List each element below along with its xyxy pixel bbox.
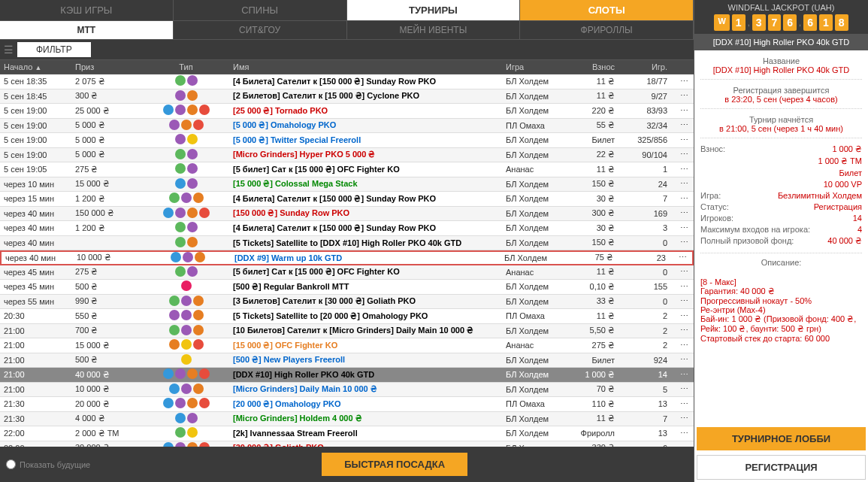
type-icon <box>169 383 180 394</box>
row-menu-icon[interactable]: ⋯ <box>675 179 694 189</box>
sub-tabs: MTT СИТ&ГОУ МЕЙН ИВЕНТЫ ФРИРОЛЛЫ <box>0 21 694 40</box>
tab-cash[interactable]: КЭШ ИГРЫ <box>0 0 174 20</box>
type-icon <box>175 237 186 247</box>
type-icon <box>193 325 204 335</box>
row-menu-icon[interactable]: ⋯ <box>675 165 694 174</box>
tournament-row[interactable]: 5 сен 19:00 25 000 ₴ [25 000 ₴] Tornado … <box>0 104 694 119</box>
tournament-row[interactable]: 21:00 15 000 ₴ [15 000 ₴] OFC Fighter KO… <box>0 338 694 353</box>
tab-spins[interactable]: СПИНЫ <box>174 0 347 20</box>
subtab-mtt[interactable]: MTT <box>0 21 174 39</box>
type-icon <box>181 354 192 365</box>
tournament-list: 5 сен 18:35 2 075 ₴ [4 Билета] Сателит к… <box>0 74 694 447</box>
show-future-checkbox[interactable]: Показать будущие <box>6 459 90 469</box>
tournament-row[interactable]: через 55 мин 990 ₴ [3 Билетов] Сателит к… <box>0 295 694 310</box>
tournament-row[interactable]: 22:00 2 000 ₴ ТМ [2k] Ivannessaa Stream … <box>0 426 694 441</box>
tournament-row[interactable]: через 40 мин [5 Tickets] Satellite to [D… <box>0 236 694 251</box>
row-menu-icon[interactable]: ⋯ <box>675 355 694 365</box>
fast-seat-button[interactable]: БЫСТРАЯ ПОСАДКА <box>322 453 467 476</box>
tournament-row[interactable]: 5 сен 19:00 5 000 ₴ [5 000 ₴] Twitter Sp… <box>0 133 694 148</box>
header-name[interactable]: Имя <box>229 62 506 71</box>
subtab-free[interactable]: ФРИРОЛЛЫ <box>520 21 694 39</box>
type-icon <box>187 75 198 86</box>
row-menu-icon[interactable]: ⋯ <box>675 77 694 86</box>
lobby-button[interactable]: ТУРНИРНОЕ ЛОББИ <box>697 427 866 450</box>
type-icon <box>181 192 192 203</box>
type-icon <box>193 296 204 306</box>
tournament-row[interactable]: 21:00 10 000 ₴ [Micro Grinders] Daily Ma… <box>0 383 694 398</box>
type-icon <box>175 222 186 232</box>
tab-slots[interactable]: СЛОТЫ <box>520 0 694 20</box>
tournament-row[interactable]: 21:30 4 000 ₴ [Micro Grinders] Holdem 4 … <box>0 412 694 427</box>
type-icon <box>169 325 180 335</box>
subtab-main[interactable]: МЕЙН ИВЕНТЫ <box>347 21 521 39</box>
type-icon <box>175 90 186 101</box>
row-menu-icon[interactable]: ⋯ <box>675 414 694 423</box>
type-icon <box>193 192 204 203</box>
tournament-row[interactable]: через 45 мин 500 ₴ [500 ₴] Regular Bankr… <box>0 280 694 295</box>
row-menu-icon[interactable]: ⋯ <box>675 91 694 101</box>
row-menu-icon[interactable]: ⋯ <box>675 399 694 409</box>
name-label: Название <box>700 56 862 65</box>
row-menu-icon[interactable]: ⋯ <box>675 341 694 350</box>
row-menu-icon[interactable]: ⋯ <box>675 429 694 438</box>
type-icon <box>187 208 198 218</box>
row-menu-icon[interactable]: ⋯ <box>675 106 694 116</box>
header-buyin[interactable]: Взнос <box>570 62 622 71</box>
row-menu-icon[interactable]: ⋯ <box>675 238 694 247</box>
type-icon <box>175 208 186 218</box>
tournament-row[interactable]: через 40 мин 150 000 ₴ [150 000 ₴] Sunda… <box>0 207 694 222</box>
row-menu-icon[interactable]: ⋯ <box>675 370 694 380</box>
register-button[interactable]: РЕГИСТРАЦИЯ <box>697 455 866 480</box>
row-menu-icon[interactable]: ⋯ <box>675 150 694 159</box>
type-icon <box>169 192 180 203</box>
header-prize[interactable]: Приз <box>68 62 143 71</box>
type-icon <box>171 252 181 262</box>
row-menu-icon[interactable]: ⋯ <box>675 384 694 394</box>
detail-panel: WINDFALL JACKPOT (UAH) W1,376,618 [DDX #… <box>694 0 868 482</box>
header-start[interactable]: Начало ▲ <box>0 62 68 71</box>
tournament-row[interactable]: через 40 мин 10 000 ₴ [DDX #9] Warm up 1… <box>0 250 694 265</box>
tournament-row[interactable]: 5 сен 19:00 5 000 ₴ [5 000 ₴] Omahology … <box>0 119 694 134</box>
row-menu-icon[interactable]: ⋯ <box>675 326 694 335</box>
row-menu-icon[interactable]: ⋯ <box>675 282 694 292</box>
subtab-sitgo[interactable]: СИТ&ГОУ <box>174 21 347 39</box>
tournament-row[interactable]: 5 сен 19:00 5 000 ₴ [Micro Grinders] Hyp… <box>0 148 694 163</box>
panel-header: [DDX #10] High Roller PKO 40k GTD <box>694 34 868 50</box>
row-menu-icon[interactable]: ⋯ <box>675 120 694 130</box>
type-icon <box>163 105 174 115</box>
tournament-row[interactable]: через 45 мин 275 ₴ [5 билет] Сат к [15 0… <box>0 265 694 280</box>
tournament-row[interactable]: 5 сен 19:05 275 ₴ [5 билет] Сат к [15 00… <box>0 162 694 177</box>
jackpot-digit: 3 <box>752 14 766 31</box>
tournament-row[interactable]: 21:00 700 ₴ [10 Билетов] Сателит к [Micr… <box>0 324 694 339</box>
tournament-row[interactable]: через 40 мин 1 200 ₴ [4 Билета] Сателит … <box>0 221 694 236</box>
row-menu-icon[interactable]: ⋯ <box>675 296 694 306</box>
tournament-row[interactable]: 5 сен 18:35 2 075 ₴ [4 Билета] Сателит к… <box>0 74 694 89</box>
jackpot-digit: 8 <box>835 14 848 31</box>
row-menu-icon[interactable]: ⋯ <box>675 194 694 204</box>
row-menu-icon[interactable]: ⋯ <box>675 267 694 277</box>
row-menu-icon[interactable]: ⋯ <box>675 135 694 145</box>
type-icon <box>187 237 198 247</box>
tournament-row[interactable]: 22:00 30 000 ₴ [30 000 ₴] Goliath PKO БЛ… <box>0 441 694 447</box>
row-menu-icon[interactable]: ⋯ <box>675 311 694 321</box>
header-type[interactable]: Тип <box>143 62 229 71</box>
tournament-row[interactable]: 21:00 500 ₴ [500 ₴] New Players Freeroll… <box>0 353 694 368</box>
header-players[interactable]: Игр. <box>622 62 675 71</box>
tournament-row[interactable]: 5 сен 18:45 300 ₴ [2 Билетов] Сателит к … <box>0 89 694 105</box>
filter-button[interactable]: ФИЛЬТР <box>17 42 91 57</box>
tournament-row[interactable]: 21:00 40 000 ₴ [DDX #10] High Roller PKO… <box>0 368 694 383</box>
type-icon <box>163 368 174 379</box>
menu-icon[interactable]: ☰ <box>4 44 14 56</box>
tournament-row[interactable]: 20:30 550 ₴ [5 Tickets] Satellite to [20… <box>0 309 694 324</box>
header-game[interactable]: Игра <box>506 62 570 71</box>
type-icon <box>169 296 180 306</box>
tournament-row[interactable]: через 15 мин 1 200 ₴ [4 Билета] Сателит … <box>0 192 694 207</box>
row-menu-icon[interactable]: ⋯ <box>673 253 692 262</box>
type-icon <box>187 266 198 277</box>
row-menu-icon[interactable]: ⋯ <box>675 223 694 233</box>
tab-tournaments[interactable]: ТУРНИРЫ <box>347 0 521 20</box>
row-menu-icon[interactable]: ⋯ <box>675 208 694 218</box>
tournament-row[interactable]: 21:30 20 000 ₴ [20 000 ₴] Omahology PKO … <box>0 397 694 412</box>
type-icon <box>181 120 192 130</box>
tournament-row[interactable]: через 10 мин 15 000 ₴ [15 000 ₴] Colossa… <box>0 177 694 192</box>
